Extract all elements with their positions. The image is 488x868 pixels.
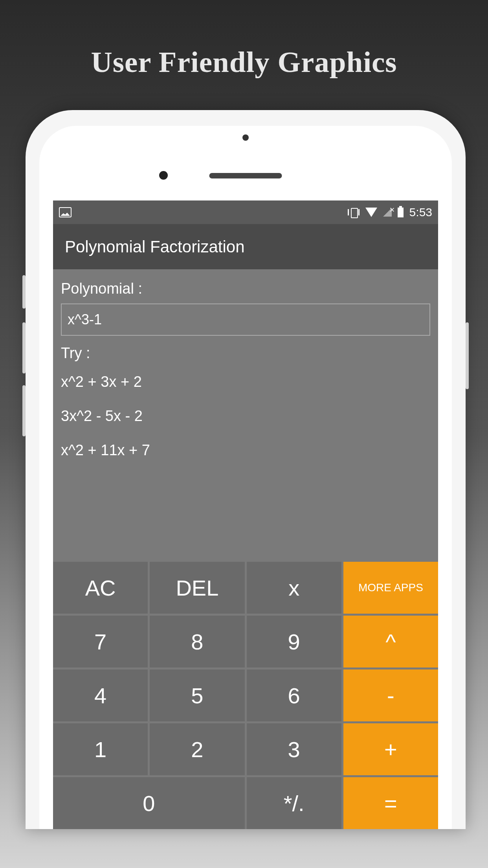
del-button[interactable]: DEL [150,562,244,614]
try-example-item[interactable]: x^2 + 3x + 2 [61,365,430,399]
screenshot-notification-icon [59,207,72,217]
plus-button[interactable]: + [343,723,438,775]
digit-4-button[interactable]: 4 [53,669,148,721]
app-title-bar: Polynomial Factorization [53,224,438,269]
phone-sensor-icon [242,134,249,141]
multiply-divide-decimal-button[interactable]: */. [247,777,341,829]
promo-headline: User Friendly Graphics [0,0,488,79]
digit-2-button[interactable]: 2 [150,723,244,775]
try-section: Try : x^2 + 3x + 2 3x^2 - 5x - 2 x^2 + 1… [61,342,430,554]
digit-5-button[interactable]: 5 [150,669,244,721]
phone-side-button [466,322,469,389]
phone-side-button [22,275,26,309]
digit-0-button[interactable]: 0 [53,777,245,829]
keypad: AC DEL x MORE APPS 7 8 9 ^ 4 5 6 - 1 2 3… [53,562,438,829]
digit-8-button[interactable]: 8 [150,616,244,668]
status-bar: 5:53 [53,200,438,224]
ac-button[interactable]: AC [53,562,148,614]
minus-button[interactable]: - [343,669,438,721]
phone-screen: 5:53 Polynomial Factorization Polynomial… [53,200,438,829]
equals-button[interactable]: = [343,777,438,829]
polynomial-input[interactable] [61,303,430,336]
status-time: 5:53 [409,206,432,219]
phone-speaker-icon [209,173,282,178]
polynomial-label: Polynomial : [61,277,430,300]
signal-icon [383,208,392,217]
power-button[interactable]: ^ [343,616,438,668]
digit-6-button[interactable]: 6 [247,669,341,721]
phone-mockup-frame: 5:53 Polynomial Factorization Polynomial… [26,110,466,829]
vibrate-icon [348,208,360,217]
digit-1-button[interactable]: 1 [53,723,148,775]
more-apps-button[interactable]: MORE APPS [343,562,438,614]
digit-3-button[interactable]: 3 [247,723,341,775]
digit-9-button[interactable]: 9 [247,616,341,668]
app-title: Polynomial Factorization [65,237,245,256]
phone-side-button [22,385,26,436]
battery-icon [398,208,404,217]
phone-camera-icon [159,171,168,180]
phone-side-button [22,322,26,373]
phone-body: 5:53 Polynomial Factorization Polynomial… [39,126,452,829]
content-area: Polynomial : Try : x^2 + 3x + 2 3x^2 - 5… [53,269,438,562]
digit-7-button[interactable]: 7 [53,616,148,668]
try-example-item[interactable]: x^2 + 11x + 7 [61,433,430,467]
variable-x-button[interactable]: x [247,562,341,614]
try-example-item[interactable]: 3x^2 - 5x - 2 [61,399,430,433]
try-label: Try : [61,342,430,365]
wifi-icon [365,208,377,217]
